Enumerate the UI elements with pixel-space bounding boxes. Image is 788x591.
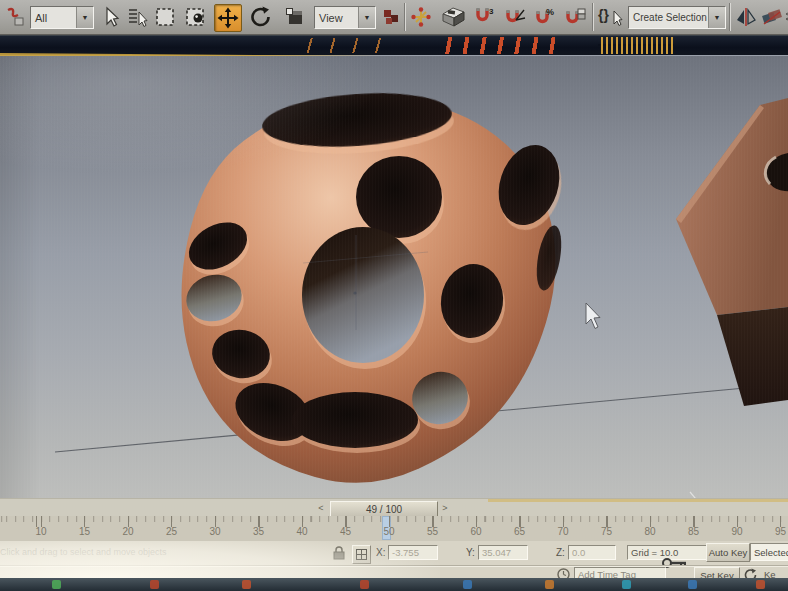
select-and-manipulate-button[interactable] (408, 4, 434, 30)
track-bar[interactable]: 101520253035404550556065707580859095 (0, 516, 788, 542)
perspective-viewport[interactable] (0, 56, 788, 498)
ruler-number: 60 (470, 526, 481, 537)
selection-filter-dropdown[interactable]: All ▼ (30, 6, 94, 29)
ruler-number: 50 (383, 526, 394, 537)
transform-typein-button[interactable] (352, 545, 371, 564)
cursor-arrow-icon (101, 6, 121, 28)
edit-named-selection-sets-button[interactable]: {} (596, 4, 624, 30)
screen-reflection-band (0, 35, 788, 55)
snaps-toggle-3d-button[interactable]: 3 (472, 4, 498, 30)
spinner-snap-toggle-button[interactable] (562, 4, 588, 30)
chevron-down-icon[interactable]: ▼ (76, 7, 93, 28)
keyboard-shortcut-override-button[interactable] (438, 4, 468, 30)
magnet-3d-icon: 3 (473, 6, 497, 28)
percent-snap-toggle-button[interactable]: % (532, 4, 558, 30)
ruler-number: 85 (688, 526, 699, 537)
ruler-number: 25 (166, 526, 177, 537)
reflection-stripes (437, 37, 555, 54)
move-arrows-icon (217, 7, 239, 29)
chevron-down-icon[interactable]: ▼ (358, 7, 375, 28)
list-cursor-icon (126, 6, 148, 28)
auto-key-button[interactable]: Auto Key (706, 543, 750, 562)
toolbar-separator (592, 3, 594, 31)
ruler-number: 20 (122, 526, 133, 537)
rectangular-selection-region-button[interactable] (152, 4, 178, 30)
set-key-button[interactable]: Set Key (694, 567, 740, 578)
select-and-scale-button[interactable] (282, 4, 308, 30)
ruler-number: 55 (427, 526, 438, 537)
select-by-name-button[interactable] (124, 4, 150, 30)
ruler-number: 30 (209, 526, 220, 537)
angle-snap-toggle-button[interactable] (502, 4, 528, 30)
select-object-button[interactable] (98, 4, 124, 30)
z-coordinate-field[interactable]: 0.0 (568, 545, 616, 560)
windows-taskbar[interactable] (0, 578, 788, 591)
reference-coord-system-dropdown[interactable]: View ▼ (314, 6, 376, 29)
z-label: Z: (556, 547, 565, 558)
key-mode-toggle-icon[interactable] (743, 567, 758, 578)
glare-tint (488, 499, 788, 502)
taskbar-icon-blue-2[interactable] (688, 580, 697, 589)
screen: { "app": {"name": "3ds Max viewport"}, "… (0, 0, 788, 591)
select-and-rotate-button[interactable] (248, 4, 274, 30)
taskbar-icon-red-3[interactable] (360, 580, 369, 589)
svg-text:{}: {} (598, 7, 609, 23)
mirror-button[interactable] (733, 4, 759, 30)
window-crossing-toggle-button[interactable] (182, 4, 208, 30)
selection-set-value: Create Selection Set (629, 12, 708, 23)
status-bar: X: -3.755 Y: 35.047 Z: 0.0 Grid = 10.0 A… (0, 541, 788, 578)
taskbar-icon-red-4[interactable] (756, 580, 765, 589)
taskbar-icon-blue-1[interactable] (463, 580, 472, 589)
svg-text:%: % (546, 7, 554, 17)
chevron-down-icon[interactable]: ▼ (708, 7, 725, 28)
statusbar-divider (0, 565, 788, 567)
pivot-center-icon (380, 6, 402, 28)
scale-box-icon (284, 6, 306, 28)
rotate-arrow-icon (249, 5, 273, 29)
time-slider-handle[interactable]: 49 / 100 (330, 501, 438, 517)
selected-set-dropdown[interactable]: Selected (750, 543, 788, 561)
named-sets-icon: {} (597, 5, 623, 29)
align-icon (760, 6, 782, 28)
named-selection-set-dropdown[interactable]: Create Selection Set ▼ (628, 6, 726, 29)
lock-selection-icon[interactable] (333, 546, 345, 560)
dashed-square-icon (154, 6, 176, 28)
edge-object[interactable] (676, 98, 788, 406)
toolbar-separator (729, 3, 731, 31)
taskbar-icon-teal[interactable] (622, 580, 631, 589)
taskbar-icon-orange[interactable] (545, 580, 554, 589)
prompt-line: Click and drag to select and move object… (0, 547, 167, 557)
mirror-icon (735, 6, 757, 28)
previous-frame-button[interactable]: < (315, 502, 327, 514)
mouse-cursor (586, 303, 600, 329)
add-time-tag-field[interactable]: Add Time Tag (574, 567, 666, 578)
bind-spacewarp-icon[interactable] (2, 4, 28, 30)
main-toolbar: All ▼ View ▼ 3 % (0, 0, 788, 35)
layer-manager-button[interactable] (782, 4, 788, 30)
ruler-number: 70 (557, 526, 568, 537)
y-coordinate-field[interactable]: 35.047 (478, 545, 528, 560)
taskbar-icon-red-1[interactable] (150, 580, 159, 589)
x-coordinate-field[interactable]: -3.755 (388, 545, 438, 560)
ruler-number: 95 (775, 526, 786, 537)
toolbar-separator (404, 3, 406, 31)
reflection-stripes (290, 38, 395, 53)
use-pivot-center-button[interactable] (378, 4, 404, 30)
dashed-square-dot-icon (184, 6, 206, 28)
dodecahedron-model[interactable] (181, 87, 571, 482)
manipulate-icon (410, 6, 432, 28)
next-frame-button[interactable]: > (439, 502, 451, 514)
x-label: X: (376, 547, 385, 558)
time-tag-clock-icon (557, 568, 570, 578)
magnet-percent-icon: % (533, 6, 557, 28)
taskbar-icon-red-2[interactable] (242, 580, 251, 589)
ruler-number: 65 (514, 526, 525, 537)
ruler-number: 75 (601, 526, 612, 537)
ruler-number: 40 (296, 526, 307, 537)
align-button[interactable] (758, 4, 784, 30)
taskbar-icon-green[interactable] (52, 580, 61, 589)
layers-icon (784, 6, 788, 28)
key-filters-label[interactable]: Ke (764, 569, 776, 578)
select-and-move-button[interactable] (214, 4, 242, 32)
viewport-scene (0, 56, 788, 498)
